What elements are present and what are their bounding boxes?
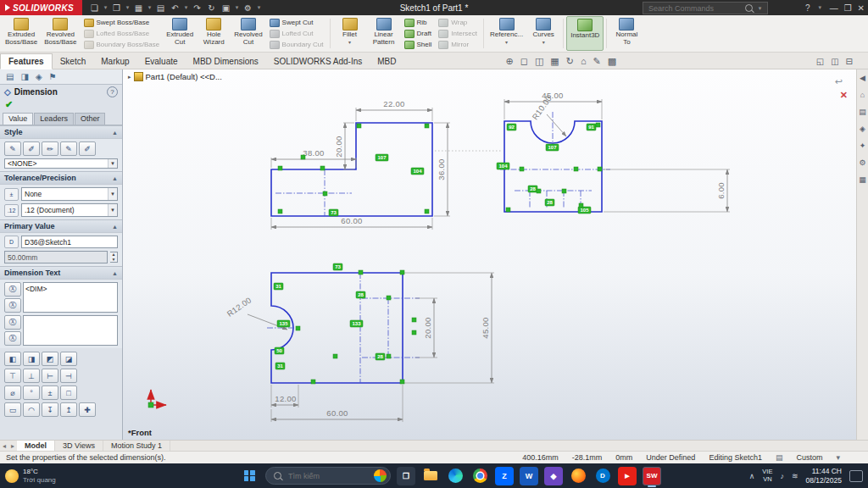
undo-icon[interactable]: ↶ [168, 1, 182, 14]
search-input[interactable] [647, 3, 742, 14]
revolved-boss-button[interactable]: Revolved Boss/Base [41, 16, 80, 51]
redo-icon[interactable]: ↷ [190, 1, 204, 14]
scene-settings-icon[interactable]: ▩ [608, 57, 616, 66]
file-explorer-icon[interactable]: ◈ [860, 125, 865, 133]
relation-marker[interactable]: 135 [277, 320, 290, 327]
depth-symbol-icon[interactable]: ↧ [42, 402, 58, 417]
primary-value-section-header[interactable]: Primary Value ▲ [0, 219, 122, 233]
tab-mbd[interactable]: MBD [370, 54, 403, 69]
firefox-button[interactable] [569, 467, 587, 485]
shell-button[interactable]: Shell [404, 40, 432, 50]
sketch-profile-notched-plate[interactable] [504, 121, 602, 212]
dimension-6[interactable]: 6.00 [716, 182, 726, 199]
revolved-cut-button[interactable]: Revolved Cut [231, 16, 265, 51]
spinner-down-icon[interactable]: ▼ [110, 258, 117, 263]
tree-root-label[interactable]: Part1 (Default) <<D... [146, 72, 222, 81]
style-update-icon[interactable]: ✏ [42, 141, 58, 156]
justify-left-icon[interactable]: ◧ [4, 352, 21, 366]
save-caret-icon[interactable]: ▾ [146, 4, 153, 11]
custom-properties-icon[interactable]: ▦ [859, 175, 866, 184]
fillet-button[interactable]: Fillet ▾ [333, 16, 367, 51]
tab-mbd-dimensions[interactable]: MBD Dimensions [186, 54, 266, 69]
file-explorer-button[interactable] [421, 467, 440, 485]
counterbore-symbol-icon[interactable]: ↥ [60, 402, 77, 417]
align-bottom-icon[interactable]: ⊥ [23, 369, 40, 383]
command-search-box[interactable]: ▾ [643, 2, 768, 14]
tolerance-section-header[interactable]: Tolerance/Precision ▲ [0, 171, 122, 185]
tab-motion-study[interactable]: Motion Study 1 [103, 441, 170, 451]
select-icon[interactable]: ▣ [219, 1, 233, 14]
relation-marker[interactable]: 31 [274, 283, 283, 290]
zoom-fit-icon[interactable]: ⊕ [506, 57, 514, 66]
style-select-caret-icon[interactable]: ▼ [108, 159, 117, 168]
weather-widget[interactable]: 18°C Trời quang [5, 468, 131, 484]
save-icon[interactable]: ▦ [131, 1, 146, 14]
volume-icon[interactable]: ♪ [780, 472, 784, 480]
dimension-12[interactable]: 12.00 [275, 394, 296, 403]
style-select[interactable]: <NONE> ▼ [4, 158, 118, 169]
style-save-icon[interactable]: ✎ [60, 141, 77, 156]
lofted-cut-button[interactable]: Lofted Cut [270, 29, 324, 39]
tab-model[interactable]: Model [17, 441, 55, 451]
add-symbol-icon[interactable]: Ⓧ [4, 282, 21, 297]
tab-features[interactable]: Features [0, 53, 53, 69]
normal-to-button[interactable]: Normal To [609, 16, 643, 51]
tab-scroll-right-icon[interactable]: ▸ [8, 441, 17, 451]
sketch-canvas[interactable]: 38.00 22.00 20.00 36.00 60.00 45.00 R10.… [123, 69, 856, 440]
add-parenthesis-icon[interactable]: Ⓧ [4, 298, 21, 313]
draft-button[interactable]: Draft [404, 29, 432, 39]
property-tab-icon[interactable]: ◨ [20, 72, 28, 81]
split-pane-icon[interactable]: ◱ [816, 57, 824, 66]
options-gear-icon[interactable]: ⚙ [241, 1, 255, 14]
design-library-icon[interactable]: ▤ [859, 108, 866, 116]
relation-marker[interactable]: 73 [329, 209, 338, 216]
relation-marker[interactable]: 92 [507, 124, 516, 130]
dimension-text-collapse-icon[interactable]: ▲ [112, 270, 118, 276]
taskbar-search-input[interactable] [287, 471, 369, 481]
tolerance-type-select[interactable]: None ▼ [21, 187, 118, 201]
view-orientation-icon[interactable]: ▦ [550, 57, 559, 66]
swept-cut-button[interactable]: Swept Cut [270, 18, 324, 28]
tab-evaluate[interactable]: Evaluate [137, 54, 186, 69]
wrap-button[interactable]: Wrap [438, 18, 477, 28]
close-icon[interactable]: ✕ [858, 3, 865, 13]
collapse-ribbon-icon[interactable]: ⊟ [846, 57, 853, 66]
relation-marker[interactable]: 28 [545, 199, 554, 206]
relation-marker[interactable]: 107 [376, 154, 388, 161]
dimension-38[interactable]: 38.00 [303, 148, 324, 158]
instant3d-button[interactable]: Instant3D [566, 16, 604, 51]
undo-caret-icon[interactable]: ▾ [182, 4, 190, 11]
units-selector[interactable]: Custom [796, 453, 822, 462]
rectangle-symbol-icon[interactable]: ▭ [4, 402, 21, 417]
editing-state[interactable]: Editing Sketch1 [709, 453, 762, 462]
dimension-60-width[interactable]: 60.00 [326, 408, 348, 418]
relation-marker[interactable]: 133 [350, 320, 363, 327]
tile-pane-icon[interactable]: ◫ [831, 57, 838, 66]
tab-markup[interactable]: Markup [93, 54, 136, 69]
configuration-tab-icon[interactable]: ◈ [36, 72, 42, 81]
new-caret-icon[interactable]: ▾ [102, 4, 109, 11]
lofted-boss-button[interactable]: Lofted Boss/Base [84, 29, 160, 39]
view-palette-icon[interactable]: ✦ [860, 141, 866, 150]
align-left-icon[interactable]: ⊢ [42, 369, 58, 383]
style-load-icon[interactable]: ✐ [79, 141, 96, 156]
tab-leaders[interactable]: Leaders [34, 113, 74, 125]
style-add-icon[interactable]: ✐ [23, 141, 40, 156]
extruded-boss-button[interactable]: Extruded Boss/Base [2, 16, 41, 51]
dimension-text-box[interactable]: <DIM> [23, 282, 118, 313]
plus-minus-symbol-icon[interactable]: ± [42, 385, 58, 400]
align-top-icon[interactable]: ⊤ [4, 369, 21, 383]
help-caret-icon[interactable]: ▾ [816, 4, 824, 11]
relation-marker[interactable]: 104 [497, 163, 509, 169]
edge-button[interactable] [446, 467, 465, 485]
curves-button[interactable]: Curves ▾ [526, 16, 560, 51]
open-document-icon[interactable]: ❐ [109, 1, 124, 14]
tray-expand-icon[interactable]: ∧ [749, 472, 755, 480]
tree-expand-icon[interactable]: ▸ [128, 74, 131, 80]
solidworks-taskbar-button[interactable]: SW [643, 467, 661, 485]
new-document-icon[interactable]: ❏ [87, 1, 102, 14]
value-spinner[interactable]: ▲▼ [110, 252, 118, 263]
swept-boss-button[interactable]: Swept Boss/Base [84, 18, 160, 28]
text-symbol-icon[interactable]: Ⓧ [4, 331, 21, 346]
style-section-header[interactable]: Style ▲ [0, 125, 122, 139]
